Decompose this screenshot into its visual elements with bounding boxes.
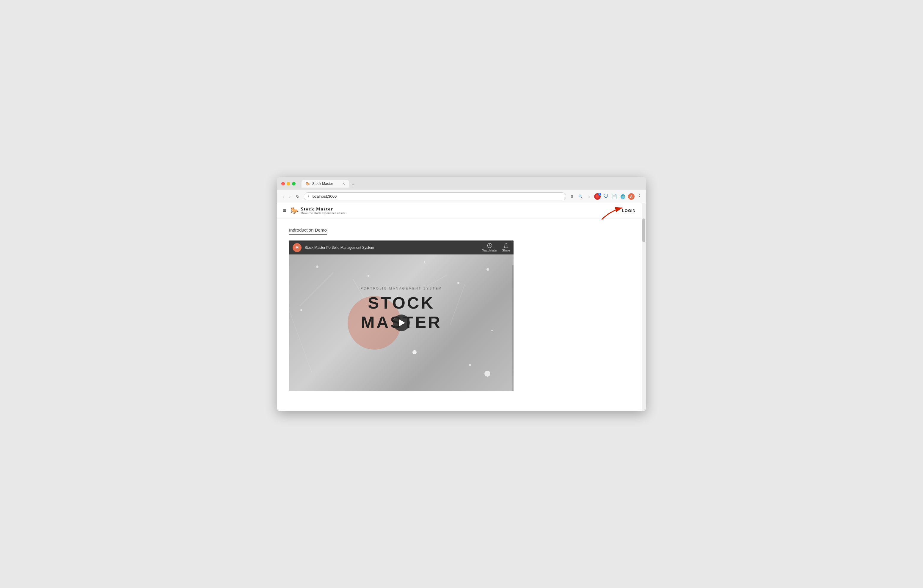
share-button[interactable]: Share <box>502 243 510 252</box>
video-thumbnail[interactable]: PORTFOLIO MANAGEMENT SYSTEM STOCK MASTER <box>289 255 514 391</box>
app-header: ≡ 🐎 Stock Master Make the stock experien… <box>277 203 642 218</box>
login-button[interactable]: LOGIN <box>622 209 636 213</box>
address-bar[interactable]: ℹ localhost:3000 <box>304 192 566 200</box>
ext2-icon[interactable]: 🛡 <box>603 194 609 199</box>
hamburger-menu-icon[interactable]: ≡ <box>283 207 286 214</box>
minimize-button[interactable] <box>287 182 290 186</box>
ext1-icon[interactable]: 2 🔴 <box>594 193 601 200</box>
section-title: Indroduction Demo <box>289 227 327 232</box>
ext3-icon[interactable]: 📄 <box>611 194 618 199</box>
tab-close-button[interactable]: ✕ <box>342 182 345 186</box>
ext4-icon[interactable]: 🌐 <box>620 194 626 199</box>
browser-window: 🐎 Stock Master ✕ + ‹ › ↻ ℹ localhost:300… <box>277 177 646 411</box>
logo-text: Stock Master Make the stock experience e… <box>301 207 347 215</box>
share-icon <box>503 243 509 248</box>
translate-icon[interactable]: ⊞ <box>569 194 575 199</box>
browser-menu-button[interactable]: ⋮ <box>637 194 642 199</box>
video-header-actions: Watch later Share <box>482 243 510 252</box>
lock-icon: ℹ <box>308 194 309 198</box>
app-main: ≡ 🐎 Stock Master Make the stock experien… <box>277 203 642 411</box>
nav-extensions: ⊞ 🔍 ☆ 2 🔴 🛡 📄 🌐 A ⋮ <box>569 193 642 200</box>
zoom-icon[interactable]: 🔍 <box>578 194 583 199</box>
maximize-button[interactable] <box>292 182 296 186</box>
play-triangle-icon <box>399 319 405 327</box>
watch-later-button[interactable]: Watch later <box>482 243 497 252</box>
title-bar: 🐎 Stock Master ✕ + <box>277 177 646 190</box>
forward-button[interactable]: › <box>288 193 292 200</box>
new-tab-button[interactable]: + <box>349 182 357 187</box>
section-title-wrapper: Indroduction Demo <box>289 227 327 235</box>
video-side-panel <box>512 265 514 391</box>
logo-title: Stock Master <box>301 207 347 212</box>
scrollbar[interactable] <box>642 203 646 411</box>
nav-bar: ‹ › ↻ ℹ localhost:3000 ⊞ 🔍 ☆ 2 🔴 🛡 📄 🌐 A… <box>277 190 646 203</box>
url-text: localhost:3000 <box>312 194 337 199</box>
back-button[interactable]: ‹ <box>281 193 285 200</box>
logo-icon: 🐎 <box>291 207 299 215</box>
channel-initial: M <box>296 246 299 250</box>
app-logo: 🐎 Stock Master Make the stock experience… <box>291 207 347 215</box>
window-controls <box>281 182 296 186</box>
star-icon[interactable]: ☆ <box>586 194 592 199</box>
browser-content: ≡ 🐎 Stock Master Make the stock experien… <box>277 203 646 411</box>
tab-favicon-icon: 🐎 <box>305 182 310 186</box>
tab-title: Stock Master <box>312 182 333 186</box>
profile-avatar[interactable]: A <box>628 193 635 200</box>
video-container[interactable]: M Stock Master Portfolio Management Syst… <box>289 240 514 391</box>
share-label: Share <box>502 249 510 252</box>
video-header: M Stock Master Portfolio Management Syst… <box>289 240 514 255</box>
reload-button[interactable]: ↻ <box>295 193 301 200</box>
avatar-initial: A <box>630 195 632 198</box>
channel-avatar: M <box>292 243 302 252</box>
video-title: Stock Master Portfolio Management System <box>304 246 480 250</box>
main-content: Indroduction Demo M Stock Master Portfol… <box>277 218 642 400</box>
tab-bar: 🐎 Stock Master ✕ + <box>302 180 642 187</box>
play-button[interactable] <box>393 315 410 331</box>
close-button[interactable] <box>281 182 285 186</box>
logo-subtitle: Make the stock experience easier. <box>301 212 347 215</box>
watch-later-label: Watch later <box>482 249 497 252</box>
clock-icon <box>487 243 493 248</box>
active-tab[interactable]: 🐎 Stock Master ✕ <box>302 180 349 187</box>
scrollbar-thumb[interactable] <box>642 218 645 242</box>
